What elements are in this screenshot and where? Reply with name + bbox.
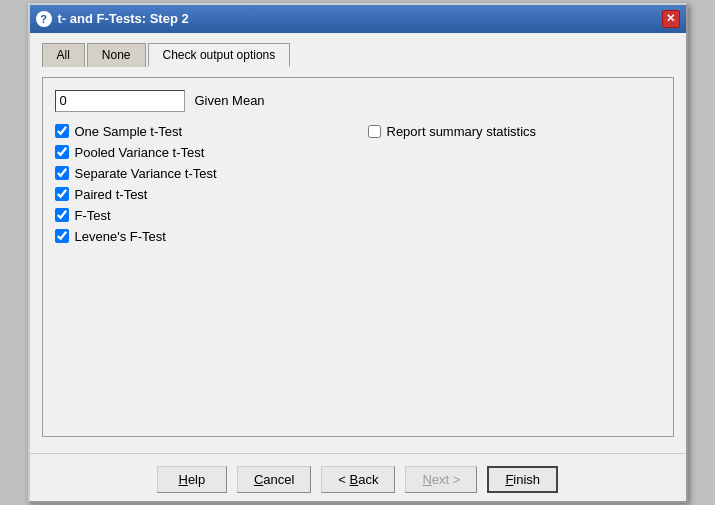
given-mean-label: Given Mean (195, 93, 265, 108)
checkbox-report-summary-statistics[interactable] (368, 125, 381, 138)
cancel-button[interactable]: Cancel (237, 466, 311, 493)
close-button[interactable]: ✕ (662, 10, 680, 28)
window-title: t- and F-Tests: Step 2 (58, 11, 189, 26)
checkbox-label-paired-ttest: Paired t-Test (75, 187, 148, 202)
given-mean-row: Given Mean (55, 90, 661, 112)
back-button[interactable]: < Back (321, 466, 395, 493)
checkbox-one-sample-ttest[interactable] (55, 124, 69, 138)
checkbox-label-pooled-variance-ttest: Pooled Variance t-Test (75, 145, 205, 160)
summary-statistics-row: Report summary statistics (368, 124, 661, 139)
title-bar: ? t- and F-Tests: Step 2 ✕ (30, 5, 686, 33)
checkbox-label-ftest: F-Test (75, 208, 111, 223)
checkboxes-column: One Sample t-Test Pooled Variance t-Test… (55, 124, 348, 250)
tab-check-output-options[interactable]: Check output options (148, 43, 291, 67)
checkbox-separate-variance-ttest[interactable] (55, 166, 69, 180)
checkbox-label-separate-variance-ttest: Separate Variance t-Test (75, 166, 217, 181)
window-body: All None Check output options Given Mean (30, 33, 686, 449)
main-window: ? t- and F-Tests: Step 2 ✕ All None Chec… (28, 3, 688, 503)
checkbox-ftest[interactable] (55, 208, 69, 222)
main-content: One Sample t-Test Pooled Variance t-Test… (55, 124, 661, 250)
checkbox-label-levene-ftest: Levene's F-Test (75, 229, 166, 244)
checkbox-row: Separate Variance t-Test (55, 166, 348, 181)
checkbox-pooled-variance-ttest[interactable] (55, 145, 69, 159)
tab-bar: All None Check output options (42, 43, 674, 67)
footer: Help Cancel < Back Next > Finish (30, 453, 686, 501)
given-mean-input[interactable] (55, 90, 185, 112)
checkbox-paired-ttest[interactable] (55, 187, 69, 201)
next-button[interactable]: Next > (405, 466, 477, 493)
finish-button[interactable]: Finish (487, 466, 558, 493)
checkbox-row: Levene's F-Test (55, 229, 348, 244)
window-icon: ? (36, 11, 52, 27)
tab-all[interactable]: All (42, 43, 85, 67)
checkbox-label-report-summary-statistics: Report summary statistics (387, 124, 537, 139)
content-area: Given Mean One Sample t-Test Pooled Vari… (42, 77, 674, 437)
title-bar-left: ? t- and F-Tests: Step 2 (36, 11, 189, 27)
checkbox-label-one-sample-ttest: One Sample t-Test (75, 124, 183, 139)
checkbox-row: Pooled Variance t-Test (55, 145, 348, 160)
checkbox-levene-ftest[interactable] (55, 229, 69, 243)
right-column: Report summary statistics (368, 124, 661, 250)
help-button[interactable]: Help (157, 466, 227, 493)
tab-none[interactable]: None (87, 43, 146, 67)
checkbox-row: F-Test (55, 208, 348, 223)
checkbox-row: Paired t-Test (55, 187, 348, 202)
checkbox-row: One Sample t-Test (55, 124, 348, 139)
